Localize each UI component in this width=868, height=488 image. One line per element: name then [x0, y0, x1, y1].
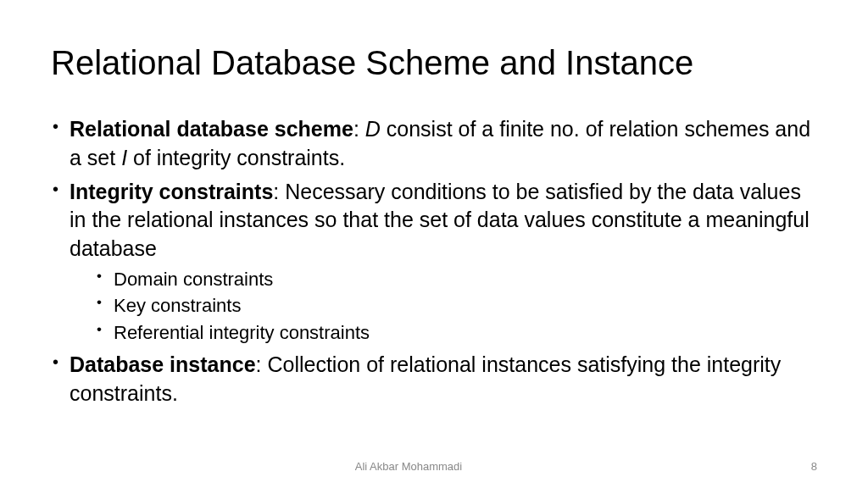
sub-bullet-1: Domain constraints: [95, 267, 817, 292]
bullet-1-sep: :: [353, 117, 365, 141]
footer-author: Ali Akbar Mohammadi: [0, 460, 817, 473]
bullet-1-var-d: D: [365, 117, 381, 141]
bullet-1: Relational database scheme: D consist of…: [51, 115, 817, 173]
slide-content: Relational database scheme: D consist of…: [51, 115, 817, 408]
main-bullet-list: Relational database scheme: D consist of…: [51, 115, 817, 408]
bullet-2: Integrity constraints: Necessary conditi…: [51, 178, 817, 346]
bullet-3-term: Database instance: [70, 352, 256, 376]
bullet-1-term: Relational database scheme: [70, 117, 353, 141]
slide-footer: Ali Akbar Mohammadi 8: [0, 460, 868, 473]
sub-bullet-3: Referential integrity constraints: [95, 320, 817, 346]
slide-title: Relational Database Scheme and Instance: [51, 42, 817, 83]
sub-bullet-list: Domain constraints Key constraints Refer…: [70, 267, 817, 346]
footer-page-number: 8: [811, 460, 817, 473]
sub-bullet-2: Key constraints: [95, 293, 817, 319]
bullet-1-text-2: of integrity constraints.: [127, 146, 345, 169]
bullet-2-term: Integrity constraints: [70, 180, 273, 203]
bullet-3: Database instance: Collection of relatio…: [51, 351, 817, 408]
